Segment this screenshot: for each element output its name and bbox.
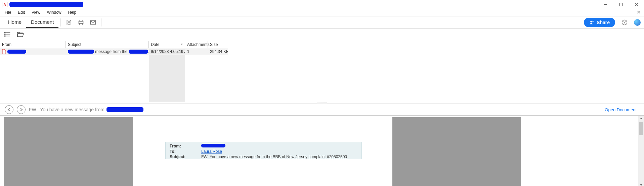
email-from-label: From:	[170, 144, 201, 148]
email-to-value: Laura Rose	[201, 149, 222, 154]
svg-rect-4	[68, 20, 70, 21]
list-view-icon[interactable]	[4, 31, 11, 39]
table-header: From Subject Date▾ Attachments Size	[0, 41, 644, 48]
cell-size: 294.34 KB	[208, 49, 228, 54]
column-header-subject[interactable]: Subject	[66, 41, 149, 48]
email-from-redacted	[201, 144, 225, 147]
subject-redacted-2	[129, 50, 148, 54]
email-from-value	[201, 144, 225, 148]
document-title: FW_ You have a new message from	[29, 107, 143, 112]
share-label: Share	[597, 20, 610, 25]
cell-from	[0, 49, 66, 54]
help-icon[interactable]	[618, 16, 631, 28]
menu-bar: File Edit View Window Help ✕	[0, 9, 644, 16]
table-body: message from the … 9/14/2023 4:05:19 AM …	[0, 48, 644, 102]
cell-subject: message from the …	[66, 49, 149, 54]
column-header-from[interactable]: From	[0, 41, 66, 48]
svg-rect-6	[79, 20, 83, 21]
main-toolbar: Home Document Share	[0, 16, 644, 28]
table-row[interactable]: message from the … 9/14/2023 4:05:19 AM …	[0, 48, 228, 55]
toolbar-separator	[101, 18, 101, 26]
save-icon[interactable]	[63, 16, 75, 28]
doc-title-redacted	[106, 107, 143, 112]
menu-window[interactable]: Window	[44, 9, 64, 15]
close-tab-button[interactable]: ✕	[637, 9, 641, 15]
preview-background-right	[392, 117, 521, 186]
app-icon: A	[2, 2, 7, 7]
tab-document[interactable]: Document	[26, 17, 58, 28]
email-subject-value: FW: You have a new message from the BBB …	[201, 154, 347, 159]
from-redacted	[7, 50, 26, 54]
close-window-button[interactable]	[629, 0, 644, 9]
email-subject-label: Subject:	[170, 154, 201, 159]
column-header-attachments[interactable]: Attachments	[185, 41, 208, 48]
svg-point-16	[4, 32, 5, 33]
open-document-link[interactable]: Open Document	[605, 107, 639, 112]
cell-date: 9/14/2023 4:05:19 AM	[149, 49, 185, 54]
column-header-date[interactable]: Date▾	[149, 41, 185, 48]
nav-next-button[interactable]	[17, 105, 26, 114]
minimize-button[interactable]	[598, 0, 613, 9]
globe-icon[interactable]	[634, 19, 641, 26]
subject-redacted	[68, 50, 94, 54]
email-to-link[interactable]: Laura Rose	[201, 149, 222, 154]
document-header: FW_ You have a new message from Open Doc…	[0, 104, 644, 115]
svg-rect-5	[68, 22, 70, 24]
preview-background-left	[4, 117, 133, 186]
svg-rect-8	[80, 23, 82, 25]
scroll-down-icon[interactable]: ▼	[640, 183, 643, 186]
menu-edit[interactable]: Edit	[15, 9, 28, 15]
svg-rect-1	[619, 3, 622, 6]
sub-toolbar	[0, 28, 644, 41]
svg-point-10	[590, 20, 592, 22]
svg-point-11	[593, 21, 594, 22]
email-to-label: To:	[170, 149, 201, 154]
column-header-size[interactable]: Size	[208, 41, 228, 48]
share-button[interactable]: Share	[584, 18, 615, 27]
vertical-scrollbar[interactable]: ▲ ▼	[638, 116, 644, 186]
date-column-highlight	[149, 48, 185, 102]
svg-point-20	[4, 36, 5, 37]
toolbar-separator	[60, 18, 61, 26]
menu-file[interactable]: File	[2, 9, 14, 15]
preview-pane: From: To: Laura Rose Subject: FW: You ha…	[0, 115, 644, 186]
title-bar: A	[0, 0, 644, 9]
open-folder-icon[interactable]	[17, 31, 24, 39]
scrollbar-thumb[interactable]	[639, 122, 643, 135]
window-title-redacted	[9, 2, 83, 7]
menu-help[interactable]: Help	[66, 9, 79, 15]
tab-home[interactable]: Home	[3, 17, 26, 28]
cell-attachments: 1	[185, 49, 208, 54]
svg-point-15	[624, 23, 625, 24]
pdf-file-icon	[2, 49, 6, 54]
email-icon[interactable]	[87, 16, 99, 28]
svg-point-18	[4, 34, 5, 35]
nav-prev-button[interactable]	[5, 105, 13, 114]
scroll-up-icon[interactable]: ▲	[640, 116, 643, 120]
maximize-button[interactable]	[613, 0, 629, 9]
menu-view[interactable]: View	[29, 9, 43, 15]
svg-rect-9	[91, 20, 96, 24]
sort-indicator-icon: ▾	[181, 43, 183, 46]
email-header-box: From: To: Laura Rose Subject: FW: You ha…	[165, 142, 362, 159]
print-icon[interactable]	[75, 16, 87, 28]
